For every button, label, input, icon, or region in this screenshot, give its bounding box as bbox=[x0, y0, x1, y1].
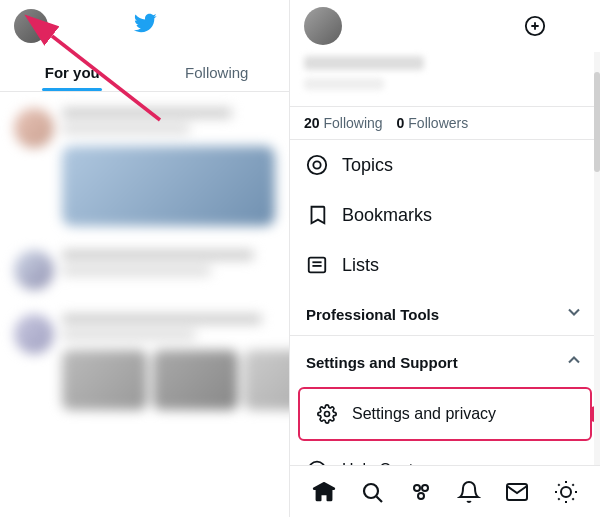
bottom-nav bbox=[290, 465, 600, 517]
bookmarks-icon bbox=[306, 204, 328, 226]
svg-point-18 bbox=[422, 485, 428, 491]
feed-avatar bbox=[14, 314, 54, 354]
gear-icon bbox=[316, 403, 338, 425]
settings-privacy-menu-item[interactable]: Settings and privacy bbox=[300, 389, 590, 439]
twitter-logo-icon bbox=[133, 11, 157, 41]
svg-point-17 bbox=[414, 485, 420, 491]
svg-point-4 bbox=[313, 161, 320, 168]
nav-home[interactable] bbox=[304, 472, 344, 512]
feed-content bbox=[0, 92, 289, 438]
nav-messages[interactable] bbox=[497, 472, 537, 512]
feed-item bbox=[10, 308, 279, 416]
svg-point-3 bbox=[308, 156, 326, 174]
profile-avatar[interactable] bbox=[304, 7, 342, 45]
svg-point-15 bbox=[364, 484, 378, 498]
menu-item-topics[interactable]: Topics bbox=[290, 140, 600, 190]
menu-section: Topics Bookmarks bbox=[290, 140, 600, 465]
feed-line bbox=[62, 124, 190, 134]
left-panel: For you Following bbox=[0, 0, 290, 517]
svg-line-23 bbox=[558, 484, 559, 485]
nav-settings[interactable] bbox=[546, 472, 586, 512]
professional-tools-header[interactable]: Professional Tools bbox=[290, 290, 600, 335]
menu-item-help-center[interactable]: Help Center bbox=[290, 445, 600, 465]
scrollbar-thumb bbox=[594, 72, 600, 172]
svg-line-24 bbox=[572, 498, 573, 499]
feed-line bbox=[62, 330, 196, 340]
feed-line bbox=[62, 250, 254, 260]
feed-lines bbox=[62, 314, 290, 410]
lists-icon bbox=[306, 254, 328, 276]
nav-communities[interactable] bbox=[401, 472, 441, 512]
svg-line-28 bbox=[572, 484, 573, 485]
tabs: For you Following bbox=[0, 52, 289, 92]
right-panel: 20 Following 0 Followers Topics bbox=[290, 0, 600, 517]
feed-line bbox=[62, 266, 211, 276]
following-stats: 20 Following 0 Followers bbox=[290, 107, 600, 140]
feed-lines bbox=[62, 108, 275, 226]
followers-stat[interactable]: 0 Followers bbox=[397, 115, 469, 131]
add-account-icon[interactable] bbox=[520, 11, 550, 41]
settings-support-chevron-icon bbox=[564, 350, 584, 375]
tab-for-you[interactable]: For you bbox=[0, 52, 145, 91]
svg-point-19 bbox=[418, 493, 424, 499]
avatar[interactable] bbox=[14, 9, 48, 43]
right-header bbox=[290, 0, 600, 52]
following-stat[interactable]: 20 Following bbox=[304, 115, 383, 131]
left-header bbox=[0, 0, 289, 52]
svg-point-20 bbox=[561, 487, 571, 497]
feed-line bbox=[62, 314, 262, 324]
feed-line bbox=[62, 108, 232, 118]
profile-name-row bbox=[304, 56, 586, 90]
professional-tools-chevron-icon bbox=[564, 302, 584, 327]
feed-image bbox=[62, 146, 275, 226]
feed-avatar bbox=[14, 250, 54, 290]
profile-name bbox=[304, 56, 424, 70]
menu-item-lists[interactable]: Lists bbox=[290, 240, 600, 290]
topics-icon bbox=[306, 154, 328, 176]
nav-notifications[interactable] bbox=[449, 472, 489, 512]
feed-lines bbox=[62, 250, 275, 290]
settings-support-header[interactable]: Settings and Support bbox=[290, 335, 600, 383]
feed-avatar bbox=[14, 108, 54, 148]
nav-search[interactable] bbox=[352, 472, 392, 512]
menu-item-bookmarks[interactable]: Bookmarks bbox=[290, 190, 600, 240]
svg-point-8 bbox=[325, 412, 330, 417]
feed-item bbox=[10, 244, 279, 296]
profile-handle bbox=[304, 78, 384, 90]
svg-line-16 bbox=[377, 496, 383, 502]
settings-privacy-item[interactable]: Settings and privacy bbox=[298, 387, 592, 441]
tab-following[interactable]: Following bbox=[145, 52, 290, 91]
svg-line-27 bbox=[558, 498, 559, 499]
scrollbar[interactable] bbox=[594, 52, 600, 465]
feed-item bbox=[10, 102, 279, 232]
profile-info bbox=[290, 52, 600, 107]
